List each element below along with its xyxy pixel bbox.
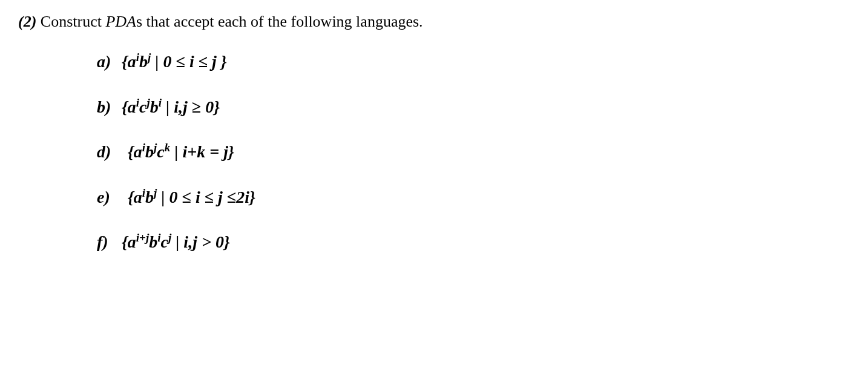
item-label: e) <box>97 186 123 208</box>
item-expression: {aicjbi | i,j ≥ 0} <box>122 97 220 116</box>
item-expression: {aibjck | i+k = j} <box>128 142 234 161</box>
item-expression: {aibj | 0 ≤ i ≤ j } <box>122 52 227 71</box>
question-text-pre: Construct <box>36 13 105 30</box>
item-label: f) <box>97 231 117 253</box>
item-f: f) {ai+jbicj | i,j > 0} <box>97 231 850 253</box>
item-expression: {aibj | 0 ≤ i ≤ j ≤2i} <box>128 188 255 206</box>
item-expression: {ai+jbicj | i,j > 0} <box>122 232 230 251</box>
question-number: (2) <box>18 13 36 30</box>
question-pda: PDA <box>105 13 136 30</box>
question-text-post: s that accept each of the following lang… <box>136 13 423 30</box>
item-b: b) {aicjbi | i,j ≥ 0} <box>97 96 850 118</box>
question-prompt: (2) Construct PDAs that accept each of t… <box>18 11 850 33</box>
item-e: e) {aibj | 0 ≤ i ≤ j ≤2i} <box>97 186 850 208</box>
item-list: a) {aibj | 0 ≤ i ≤ j } b) {aicjbi | i,j … <box>97 51 850 253</box>
item-label: b) <box>97 96 117 118</box>
item-label: d) <box>97 141 123 163</box>
item-label: a) <box>97 51 117 73</box>
item-a: a) {aibj | 0 ≤ i ≤ j } <box>97 51 850 73</box>
item-d: d) {aibjck | i+k = j} <box>97 141 850 163</box>
